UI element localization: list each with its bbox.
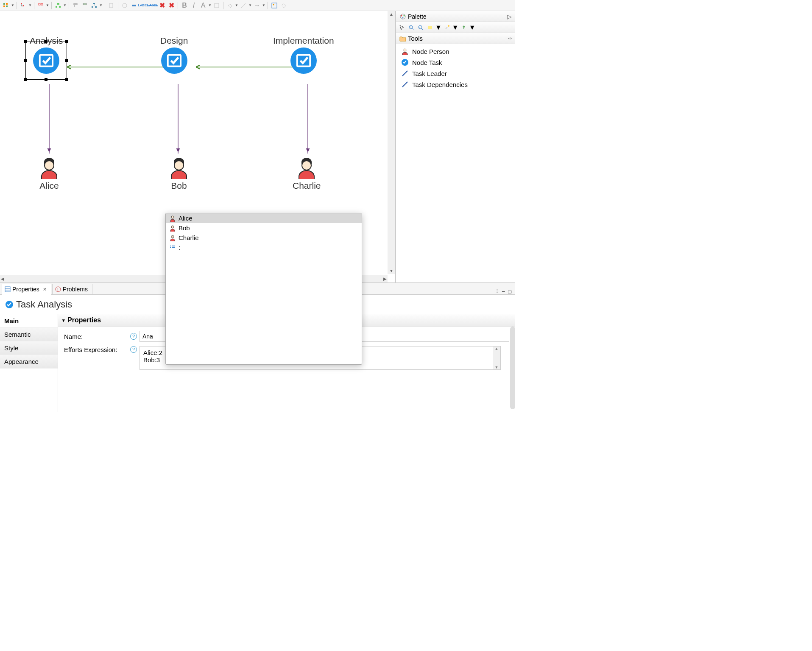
svg-point-23	[273, 4, 274, 5]
person-icon	[169, 235, 176, 241]
toolbar-fillcolor-icon[interactable]	[212, 1, 221, 10]
tab-properties[interactable]: Properties ✕	[2, 284, 51, 295]
person-node-charlie[interactable]: Charlie	[293, 155, 321, 191]
textarea-scrollbar[interactable]: ▲▼	[493, 346, 500, 369]
task-node-design[interactable]: Design	[160, 36, 188, 74]
popup-item-label: Bob	[179, 224, 190, 232]
toolbar-tree-icon[interactable]	[19, 1, 28, 10]
dropdown-icon[interactable]: ▼	[452, 24, 459, 31]
toolbar-align-icon[interactable]	[36, 1, 45, 10]
popup-item-colon[interactable]: :	[166, 243, 362, 252]
tab-label: Properties	[12, 286, 39, 293]
toolbar-delete-all-icon[interactable]: ✖	[167, 1, 176, 10]
properties-icon	[5, 286, 11, 292]
toolbar-unpin-icon[interactable]	[81, 1, 89, 10]
svg-rect-12	[59, 6, 61, 8]
tab-problems[interactable]: ! Problems	[52, 284, 92, 295]
person-node-bob[interactable]: Bob	[167, 155, 191, 191]
zoom-out-icon[interactable]: -	[416, 23, 425, 32]
toolbar-arrow-icon[interactable]: →	[253, 1, 261, 10]
toolbar-bar-icon[interactable]	[130, 1, 138, 10]
toolbar-line-icon[interactable]	[239, 1, 248, 10]
line-icon	[401, 70, 409, 77]
collapse-icon[interactable]: ⇔	[508, 36, 512, 41]
dropdown-icon[interactable]: ▼	[46, 3, 49, 7]
wand-icon[interactable]	[443, 23, 451, 32]
svg-rect-0	[3, 3, 5, 5]
toolbar-bold-icon[interactable]: B	[180, 1, 189, 10]
svg-point-60	[171, 235, 174, 238]
dropdown-icon[interactable]: ▼	[235, 3, 238, 7]
svg-rect-11	[56, 6, 57, 8]
side-tab-appearance[interactable]: Appearance	[0, 355, 58, 369]
note-icon[interactable]	[426, 23, 434, 32]
toolbar-label-hide-icon[interactable]: LABEL	[148, 1, 157, 10]
task-node-implementation[interactable]: Implementation	[273, 36, 334, 74]
dropdown-icon[interactable]: ▼	[99, 3, 103, 7]
dropdown-icon[interactable]: ▼	[63, 3, 67, 7]
toolbar-circle-icon[interactable]	[120, 1, 129, 10]
svg-rect-3	[6, 6, 8, 7]
popup-item-label: Charlie	[179, 234, 199, 241]
toolbar-grid-icon[interactable]	[2, 1, 10, 10]
help-icon[interactable]: ?	[130, 346, 137, 353]
palette-header[interactable]: Palette ▷	[396, 11, 515, 22]
palette-panel: Palette ▷ + - ▼ ▼ ▼ Tools ⇔ Node Person	[396, 11, 515, 282]
pin-icon[interactable]	[460, 23, 468, 32]
svg-rect-5	[23, 5, 24, 6]
dropdown-icon[interactable]: ▼	[248, 3, 252, 7]
svg-rect-63	[170, 247, 171, 248]
toolbar-image-icon[interactable]	[270, 1, 279, 10]
view-menu-icon[interactable]: ⠇	[496, 289, 499, 294]
toolbar-hierarchy-icon[interactable]	[90, 1, 98, 10]
person-node-alice[interactable]: Alice	[37, 155, 61, 191]
panel-scrollbar[interactable]	[510, 327, 515, 409]
popup-item-bob[interactable]: Bob	[166, 223, 362, 233]
maximize-icon[interactable]: ▢	[508, 289, 512, 294]
task-node-analysis[interactable]: Analysis	[30, 36, 63, 74]
expand-icon[interactable]: ▷	[507, 13, 512, 20]
side-tab-main[interactable]: Main	[0, 314, 58, 328]
close-icon[interactable]: ✕	[43, 287, 47, 292]
tab-label: Problems	[63, 286, 88, 293]
palette-item-node-person[interactable]: Node Person	[396, 46, 515, 57]
side-tab-style[interactable]: Style	[0, 341, 58, 355]
toolbar-label-show-icon[interactable]: LABEL	[139, 1, 148, 10]
zoom-in-icon[interactable]: +	[407, 23, 416, 32]
svg-point-47	[448, 25, 449, 27]
svg-rect-20	[215, 3, 219, 8]
toolbar-layout-icon[interactable]	[54, 1, 62, 10]
popup-item-charlie[interactable]: Charlie	[166, 233, 362, 243]
dropdown-icon[interactable]: ▼	[469, 24, 476, 31]
dropdown-icon[interactable]: ▼	[28, 3, 32, 7]
palette-item-task-leader[interactable]: Task Leader	[396, 68, 515, 79]
toolbar-delete-icon[interactable]: ✖	[158, 1, 166, 10]
svg-point-38	[402, 17, 404, 18]
help-icon[interactable]: ?	[130, 333, 137, 340]
toolbar-refresh-icon[interactable]	[279, 1, 288, 10]
dropdown-icon[interactable]: ▼	[262, 3, 265, 7]
minimize-icon[interactable]: ━	[502, 289, 505, 294]
popup-item-alice[interactable]: Alice	[166, 213, 362, 223]
toolbar-font-icon[interactable]: A	[199, 1, 207, 10]
toolbar-copy-icon[interactable]	[107, 1, 116, 10]
palette-item-node-task[interactable]: Node Task	[396, 57, 515, 68]
dropdown-icon[interactable]: ▼	[208, 3, 212, 7]
task-icon	[33, 47, 59, 74]
select-tool-icon[interactable]	[398, 23, 406, 32]
dropdown-icon[interactable]: ▼	[11, 3, 14, 7]
svg-point-32	[45, 161, 54, 170]
toolbar-bucket-icon[interactable]	[226, 1, 234, 10]
side-tab-semantic[interactable]: Semantic	[0, 328, 58, 341]
svg-rect-13	[93, 3, 95, 4]
dropdown-icon[interactable]: ▼	[435, 24, 442, 31]
person-icon	[295, 155, 318, 179]
toolbar-pin-icon[interactable]	[71, 1, 80, 10]
palette-section-tools[interactable]: Tools ⇔	[396, 33, 515, 44]
svg-line-40	[412, 28, 414, 30]
vertical-scrollbar[interactable]: ▲▼	[388, 11, 395, 274]
svg-rect-1	[6, 3, 8, 5]
task-icon	[161, 47, 187, 74]
toolbar-italic-icon[interactable]: I	[190, 1, 198, 10]
palette-item-task-dependencies[interactable]: Task Dependencies	[396, 79, 515, 90]
